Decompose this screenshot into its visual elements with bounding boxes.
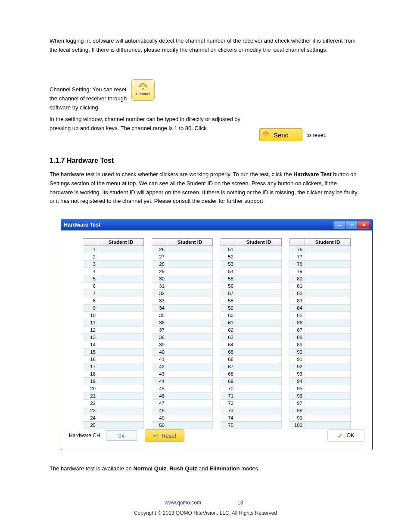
table-row: 52 xyxy=(221,253,282,261)
table-row: 42 xyxy=(152,363,213,370)
table-row: 13 xyxy=(83,334,144,341)
table-row: 74 xyxy=(221,414,282,422)
reset-button[interactable]: ↩ Reset xyxy=(145,429,184,442)
window-close-button[interactable]: ✕ xyxy=(358,221,370,229)
channel-icon-button[interactable]: Channel xyxy=(131,79,155,101)
table-row: 12 xyxy=(83,327,144,334)
footer-site-link[interactable]: www.qomo.com xyxy=(165,500,201,506)
table-row: 89 xyxy=(290,341,351,348)
window-maximize-button[interactable]: ▭ xyxy=(346,221,358,229)
channel-icon-label: Channel xyxy=(136,92,150,96)
table-row: 57 xyxy=(221,290,282,297)
ok-button-label: OK xyxy=(346,432,354,439)
table-row: 45 xyxy=(152,385,213,392)
paragraph-available-modes: The hardware test is available on Normal… xyxy=(50,464,360,473)
table-row: 36 xyxy=(152,319,213,327)
table-row: 87 xyxy=(290,327,351,334)
paragraph-hardware-test-desc: The hardware test is used to check wheth… xyxy=(50,170,360,206)
table-row: 66 xyxy=(221,356,282,363)
table-row: 99 xyxy=(290,414,351,422)
table-row: 43 xyxy=(152,370,213,378)
dialog-title: Hardware Test xyxy=(64,222,100,228)
table-row: 85 xyxy=(290,312,351,319)
table-row: 17 xyxy=(83,363,144,370)
table-row: 5 xyxy=(83,275,144,283)
table-row: 28 xyxy=(152,261,213,268)
table-row: 9 xyxy=(83,305,144,312)
table-row: 41 xyxy=(152,356,213,363)
heading-hardware-test: 1.1.7 Hardware Test xyxy=(50,155,114,166)
table-row: 86 xyxy=(290,319,351,327)
table-row: 92 xyxy=(290,363,351,370)
paragraph-channel-range: In the setting window, channel number ca… xyxy=(50,115,262,133)
table-row: 98 xyxy=(290,407,351,414)
paragraph-channel-detect: When logging in, software will automatic… xyxy=(50,37,360,55)
table-row: 44 xyxy=(152,378,213,385)
table-row: 39 xyxy=(152,341,213,348)
table-row: 23 xyxy=(83,407,144,414)
wifi-icon xyxy=(262,132,269,138)
table-row: 62 xyxy=(221,327,282,334)
table-row: 80 xyxy=(290,275,351,283)
ok-button[interactable]: ✓ OK xyxy=(327,429,364,442)
table-row: 24 xyxy=(83,414,144,422)
table-row: 35 xyxy=(152,312,213,319)
table-row: 3 xyxy=(83,261,144,268)
table-row: 47 xyxy=(152,400,213,407)
table-row: 2 xyxy=(83,253,144,261)
table-row: 18 xyxy=(83,370,144,378)
table-row: 31 xyxy=(152,283,213,290)
table-row: 70 xyxy=(221,385,282,392)
table-row: 33 xyxy=(152,297,213,305)
table-row: 38 xyxy=(152,334,213,341)
table-row: 6 xyxy=(83,283,144,290)
table-row: 37 xyxy=(152,327,213,334)
paragraph-channel-setting-label: Channel Setting: You can reset the chann… xyxy=(50,85,131,112)
table-row: 32 xyxy=(152,290,213,297)
table-row: 90 xyxy=(290,348,351,356)
student-id-table: Student ID123456789101112131415161718192… xyxy=(83,238,144,429)
send-button[interactable]: Send xyxy=(259,128,302,141)
student-id-table: Student ID515253545556575859606162636465… xyxy=(221,238,282,429)
table-row: 93 xyxy=(290,370,351,378)
table-row: 73 xyxy=(221,407,282,414)
table-row: 96 xyxy=(290,392,351,400)
table-row: 56 xyxy=(221,283,282,290)
dialog-footer: Hardware CH: ↩ Reset ✓ OK xyxy=(61,427,372,450)
table-row: 51 xyxy=(221,246,282,253)
table-row: 75 xyxy=(221,422,282,429)
table-row: 61 xyxy=(221,319,282,327)
table-row: 76 xyxy=(290,246,351,253)
table-row: 50 xyxy=(152,422,213,429)
table-row: 64 xyxy=(221,341,282,348)
table-row: 72 xyxy=(221,400,282,407)
table-row: 60 xyxy=(221,312,282,319)
student-id-header: Student ID xyxy=(167,239,213,246)
table-row: 7 xyxy=(83,290,144,297)
table-row: 82 xyxy=(290,290,351,297)
table-row: 77 xyxy=(290,253,351,261)
table-row: 29 xyxy=(152,268,213,275)
table-row: 95 xyxy=(290,385,351,392)
table-row: 21 xyxy=(83,392,144,400)
table-row: 58 xyxy=(221,297,282,305)
window-minimize-button[interactable]: — xyxy=(333,221,346,229)
table-row: 91 xyxy=(290,356,351,363)
table-row: 78 xyxy=(290,261,351,268)
wifi-icon xyxy=(139,84,147,90)
table-row: 94 xyxy=(290,378,351,385)
table-row: 88 xyxy=(290,334,351,341)
table-row: 15 xyxy=(83,348,144,356)
table-row: 27 xyxy=(152,253,213,261)
table-row: 69 xyxy=(221,378,282,385)
dialog-titlebar[interactable]: Hardware Test — ▭ ✕ xyxy=(61,219,372,230)
footer-page-number: - 13 - xyxy=(234,500,246,506)
table-row: 59 xyxy=(221,305,282,312)
table-row: 34 xyxy=(152,305,213,312)
table-row: 8 xyxy=(83,297,144,305)
table-row: 71 xyxy=(221,392,282,400)
table-row: 4 xyxy=(83,268,144,275)
table-row: 79 xyxy=(290,268,351,275)
hardware-test-dialog: Hardware Test — ▭ ✕ Student ID1234567891… xyxy=(61,219,373,450)
table-row: 19 xyxy=(83,378,144,385)
